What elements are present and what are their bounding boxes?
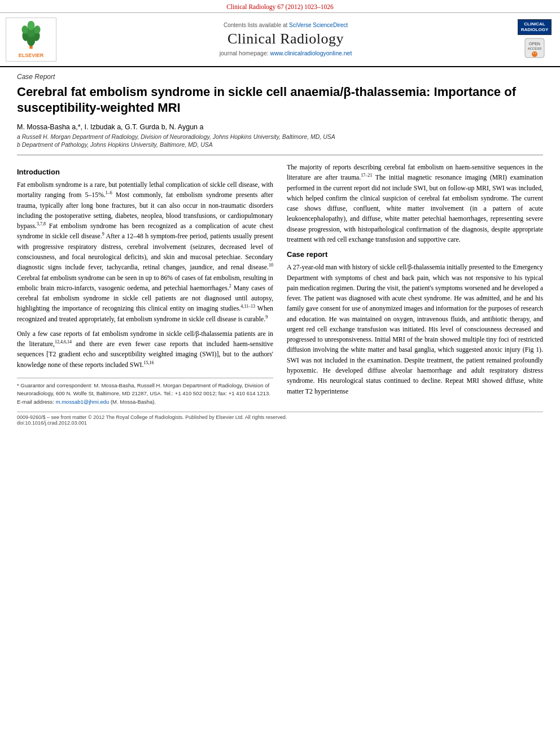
journal-center-info: Contents lists available at SciVerse Sci… (62, 18, 509, 62)
case-report-para: A 27-year-old man with history of sickle… (287, 262, 543, 396)
bottom-strip: 0009-9260/$ – see front matter © 2012 Th… (17, 412, 543, 426)
cr-logo-area: CLINICALRADIOLOGY OPEN ACCESS (515, 18, 554, 62)
journal-homepage: journal homepage: www.clinicalradiologyo… (220, 50, 352, 56)
svg-point-7 (28, 21, 35, 30)
elsevier-logo-area: ELSEVIER (6, 18, 56, 62)
elsevier-wordmark: ELSEVIER (19, 53, 44, 59)
sciverse-link[interactable]: SciVerse ScienceDirect (289, 22, 348, 28)
journal-header: Clinical Radiology 67 (2012) 1023–1026 (0, 0, 560, 13)
case-report-heading: Case report (287, 250, 543, 259)
two-column-body: Introduction Fat embolism syndrome is a … (17, 162, 543, 406)
svg-text:OPEN: OPEN (529, 42, 540, 46)
article-content: Case Report Cerebral fat embolism syndro… (0, 67, 560, 437)
journal-name: Clinical Radiology (228, 30, 344, 47)
left-column: Introduction Fat embolism syndrome is a … (17, 162, 273, 406)
detected-and: and (76, 340, 85, 348)
elsevier-tree-icon (14, 20, 48, 51)
doi: doi:10.1016/j.crad.2012.03.001 (17, 420, 87, 426)
svg-point-5 (22, 25, 28, 34)
right-intro-para: The majority of reports describing cereb… (287, 162, 543, 244)
svg-text:ACCESS: ACCESS (528, 47, 542, 50)
issn-rights: 0009-9260/$ – see front matter © 2012 Th… (17, 414, 287, 420)
email-footnote: E-mail address: m.mossab1@jhmi.edu (M. M… (17, 398, 273, 406)
cr-badge: CLINICALRADIOLOGY (518, 19, 552, 36)
sciverse-line: Contents lists available at SciVerse Sci… (224, 22, 348, 28)
homepage-url[interactable]: www.clinicalradiologyonline.net (270, 50, 352, 56)
open-access-icon: OPEN ACCESS (524, 37, 545, 59)
article-title: Cerebral fat embolism syndrome in sickle… (17, 84, 543, 116)
journal-citation: Clinical Radiology 67 (2012) 1023–1026 (226, 3, 334, 10)
authors-line: M. Mossa-Basha a,*, I. Izbudak a, G.T. G… (17, 123, 543, 131)
journal-branding-bar: ELSEVIER Contents lists available at Sci… (0, 13, 560, 67)
svg-point-6 (34, 25, 41, 34)
intro-para-2: Only a few case reports of fat embolism … (17, 329, 273, 370)
right-column: The majority of reports describing cereb… (287, 162, 543, 406)
affiliation-a: a Russell H. Morgan Department of Radiol… (17, 133, 543, 140)
intro-para-1: Fat embolism syndrome is a rare, but pot… (17, 180, 273, 324)
affiliation-b: b Department of Pathology, Johns Hopkins… (17, 141, 543, 148)
svg-rect-12 (533, 54, 536, 56)
guarantor-footnote: * Guarantor and correspondent: M. Mossa-… (17, 382, 273, 398)
article-type-label: Case Report (17, 73, 543, 81)
open-access-indicator: OPEN ACCESS (524, 37, 545, 60)
introduction-heading: Introduction (17, 168, 273, 176)
footnote-area: * Guarantor and correspondent: M. Mossa-… (17, 378, 273, 406)
email-link[interactable]: m.mossab1@jhmi.edu (56, 399, 110, 405)
divider (17, 155, 543, 155)
